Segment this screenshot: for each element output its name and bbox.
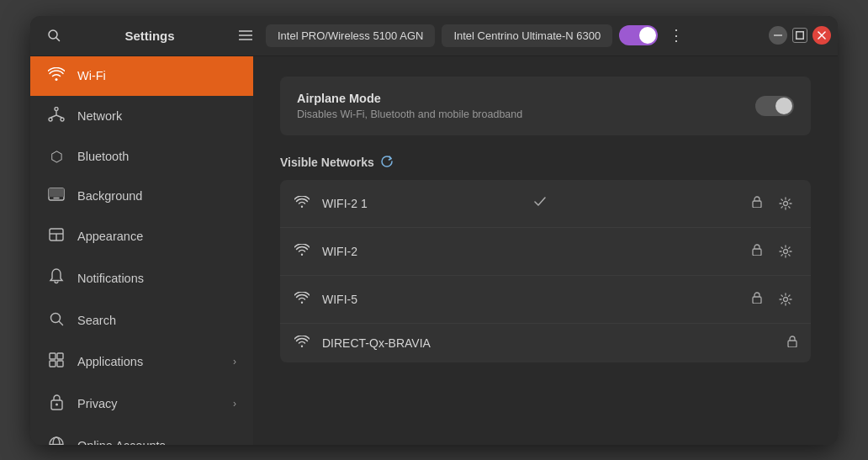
maximize-button[interactable] [792,28,807,43]
sidebar-label-wifi: Wi-Fi [77,69,106,82]
sidebar-item-online-accounts[interactable]: Online Accounts [30,426,253,445]
network-name-wifi5: WIFI-5 [322,293,752,306]
visible-networks-header: Visible Networks [280,156,811,170]
menu-button[interactable] [232,22,259,49]
main-content: Airplane Mode Disables Wi-Fi, Bluetooth … [253,56,838,445]
svg-line-14 [56,115,62,118]
sidebar-item-network[interactable]: Network [30,96,253,137]
applications-icon [47,352,66,372]
network-row-wifi2[interactable]: WIFI-2 [280,228,811,276]
sidebar-item-notifications[interactable]: Notifications [30,257,253,300]
sidebar-label-online-accounts: Online Accounts [77,439,166,445]
sidebar-item-wifi[interactable]: Wi-Fi [30,56,253,96]
content-area: Wi-Fi Network ⬡ [30,56,838,445]
sidebar-label-appearance: Appearance [77,230,143,243]
minimize-button[interactable] [769,26,787,45]
search-button[interactable] [40,22,67,49]
sidebar-item-search[interactable]: Search [30,300,253,341]
wifi-signal-icon [294,196,310,211]
settings-button-wifi2[interactable] [774,240,797,263]
svg-rect-30 [753,201,761,208]
svg-line-22 [60,321,63,325]
settings-window: Settings Intel PRO/Wireless 5100 AGN Int… [30,16,838,445]
lock-icon-wifi2 [752,244,762,258]
svg-rect-6 [797,32,804,40]
online-accounts-icon [47,436,66,445]
privacy-chevron: › [233,398,236,410]
network-row-wifi2-1[interactable]: WIFI-2 1 [280,180,811,228]
airplane-mode-card: Airplane Mode Disables Wi-Fi, Bluetooth … [280,77,811,135]
svg-point-21 [51,313,61,322]
svg-line-1 [56,38,60,41]
background-icon [47,188,66,205]
svg-point-33 [784,249,788,253]
network-name-direct-qx: DIRECT-Qx-BRAVIA [322,336,787,350]
sidebar: Wi-Fi Network ⬡ [30,56,253,445]
titlebar: Settings Intel PRO/Wireless 5100 AGN Int… [30,16,838,56]
networks-list: WIFI-2 1 [280,180,811,362]
bluetooth-icon: ⬡ [47,148,66,166]
network-row-direct-qx[interactable]: DIRECT-Qx-BRAVIA [280,324,811,362]
close-button[interactable] [812,26,831,45]
visible-networks-title: Visible Networks [280,156,374,169]
sidebar-item-applications[interactable]: Applications › [30,341,253,383]
svg-point-35 [784,297,788,301]
privacy-icon [47,394,66,415]
lock-icon-wifi2-1 [752,196,762,210]
settings-button-wifi5[interactable] [774,288,797,311]
titlebar-center: Intel PRO/Wireless 5100 AGN Intel Centri… [266,24,755,47]
network-name-wifi2: WIFI-2 [322,245,752,258]
sidebar-label-applications: Applications [77,355,143,368]
lock-icon-direct-qx [787,336,797,350]
network-row-wifi5[interactable]: WIFI-5 [280,276,811,324]
svg-rect-23 [50,353,56,359]
network-tab-1[interactable]: Intel PRO/Wireless 5100 AGN [266,24,435,47]
svg-line-13 [50,115,56,118]
titlebar-left: Settings [40,22,259,49]
svg-rect-26 [57,361,63,367]
network-icon [47,107,66,126]
more-options-button[interactable]: ⋮ [664,24,688,47]
svg-rect-16 [49,188,64,197]
svg-point-11 [61,118,64,121]
sidebar-item-appearance[interactable]: Appearance [30,216,253,257]
sidebar-item-privacy[interactable]: Privacy › [30,383,253,426]
wifi-main-toggle[interactable] [619,25,658,45]
svg-rect-34 [753,297,761,304]
settings-button-wifi2-1[interactable] [774,192,797,215]
airplane-mode-info: Airplane Mode Disables Wi-Fi, Bluetooth … [297,92,755,120]
toggle-knob [639,27,656,44]
wifi-signal-icon-2 [294,244,310,259]
notifications-icon [47,268,66,289]
sidebar-label-notifications: Notifications [77,272,144,285]
appearance-icon [47,227,66,246]
network-tab-2[interactable]: Intel Centrino Ultimate-N 6300 [442,24,612,47]
sidebar-label-bluetooth: Bluetooth [77,150,129,163]
svg-rect-36 [788,341,797,347]
airplane-mode-subtitle: Disables Wi-Fi, Bluetooth and mobile bro… [297,108,755,120]
lock-icon-wifi5 [752,292,762,306]
sidebar-label-privacy: Privacy [77,397,118,410]
sidebar-label-background: Background [77,189,142,203]
sidebar-label-search: Search [77,314,116,327]
svg-point-9 [55,107,58,110]
airplane-mode-title: Airplane Mode [297,92,755,105]
airplane-toggle-knob [775,98,792,114]
wifi-icon [47,67,66,85]
window-title: Settings [74,29,225,43]
svg-rect-24 [57,353,63,359]
refresh-icon[interactable] [381,156,393,170]
sidebar-item-background[interactable]: Background [30,177,253,216]
svg-point-28 [56,403,58,405]
connected-check-icon [534,197,546,209]
search-nav-icon [47,311,66,330]
applications-chevron: › [233,356,236,367]
svg-rect-32 [753,249,761,256]
wifi-signal-icon-4 [294,336,310,351]
airplane-mode-toggle[interactable] [755,96,794,116]
window-controls [769,26,831,45]
network-name-wifi2-1: WIFI-2 1 [322,197,529,210]
sidebar-item-bluetooth[interactable]: ⬡ Bluetooth [30,137,253,177]
wifi-signal-icon-3 [294,292,310,307]
svg-rect-25 [50,361,56,367]
